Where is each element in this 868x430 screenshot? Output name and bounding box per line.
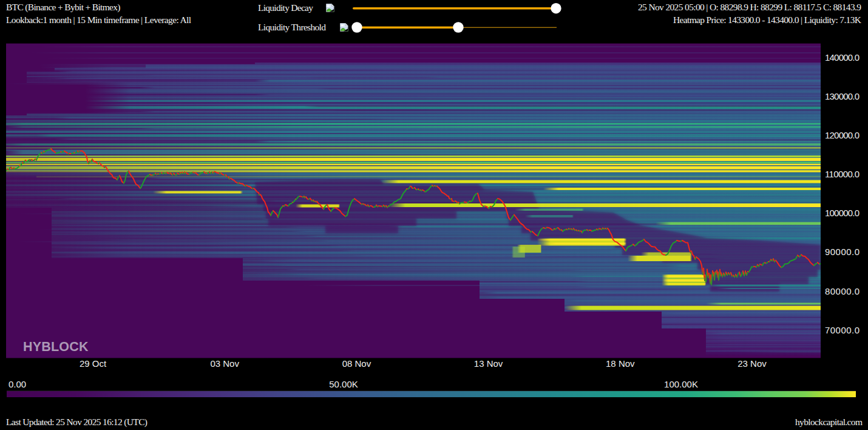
svg-text:0.00: 0.00 <box>8 379 26 389</box>
svg-text:Liquidity Decay: Liquidity Decay <box>258 2 313 13</box>
svg-text:13 Nov: 13 Nov <box>474 358 503 369</box>
svg-text:100000.0: 100000.0 <box>825 208 860 218</box>
svg-text:25 Nov 2025 05:00 | O: 88298.9: 25 Nov 2025 05:00 | O: 88298.9 H: 88299 … <box>638 2 861 12</box>
svg-text:18 Nov: 18 Nov <box>606 358 635 369</box>
svg-text:Lookback:1 month | 15 Min time: Lookback:1 month | 15 Min timeframe | Le… <box>6 15 191 25</box>
svg-text:BTC (Binance + Bybit + Bitmex): BTC (Binance + Bybit + Bitmex) <box>6 2 121 13</box>
svg-text:70000.0: 70000.0 <box>825 325 860 335</box>
svg-text:120000.0: 120000.0 <box>825 130 860 140</box>
svg-text:08 Nov: 08 Nov <box>342 358 371 369</box>
svg-text:29 Oct: 29 Oct <box>80 358 107 369</box>
svg-text:23 Nov: 23 Nov <box>737 358 767 369</box>
svg-text:130000.0: 130000.0 <box>825 91 860 101</box>
svg-text:50.00K: 50.00K <box>329 379 358 389</box>
svg-text:100.00K: 100.00K <box>664 379 698 389</box>
svg-text:110000.0: 110000.0 <box>825 169 860 179</box>
svg-text:Liquidity Threshold: Liquidity Threshold <box>258 22 326 32</box>
svg-text:HYBLOCK: HYBLOCK <box>23 340 89 354</box>
svg-text:hyblockcapital.com: hyblockcapital.com <box>795 417 863 427</box>
svg-text:Last Updated: 25 Nov 2025 16:1: Last Updated: 25 Nov 2025 16:12 (UTC) <box>6 417 147 428</box>
svg-text:90000.0: 90000.0 <box>825 247 860 257</box>
svg-text:80000.0: 80000.0 <box>825 286 860 296</box>
svg-text:Heatmap Price: 143300.0 - 1434: Heatmap Price: 143300.0 - 143400.0 | Liq… <box>673 15 862 25</box>
svg-text:140000.0: 140000.0 <box>825 52 860 63</box>
svg-text:03 Nov: 03 Nov <box>210 358 239 369</box>
